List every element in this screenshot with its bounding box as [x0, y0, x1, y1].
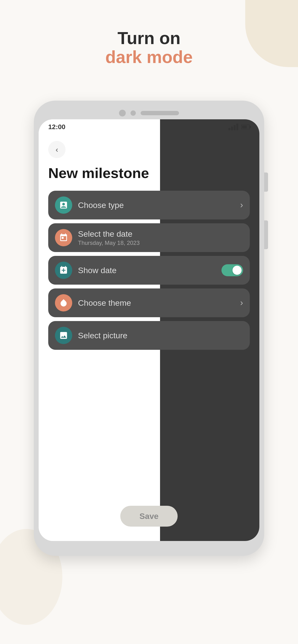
battery-fill: [242, 126, 247, 128]
choose-type-chevron: ›: [240, 200, 243, 210]
save-button[interactable]: Save: [120, 506, 178, 526]
menu-item-show-date[interactable]: Show date: [48, 256, 250, 284]
back-arrow-icon: ‹: [56, 145, 58, 154]
select-date-icon-circle: [55, 229, 72, 246]
choose-theme-icon: [59, 298, 68, 308]
speaker-bar: [140, 111, 179, 115]
show-date-toggle[interactable]: [221, 264, 243, 276]
menu-items-list: Choose type › Sel: [48, 191, 250, 350]
choose-theme-chevron: ›: [240, 298, 243, 308]
choose-type-icon-circle: [55, 196, 72, 214]
page-title: New milestone: [48, 165, 250, 181]
menu-item-choose-type[interactable]: Choose type ›: [48, 191, 250, 220]
phone-outer-shell: 12:00: [34, 100, 264, 556]
select-picture-text: Select picture: [78, 331, 243, 340]
show-date-icon: [59, 266, 68, 275]
app-content: ‹ New milestone: [39, 134, 259, 541]
show-date-icon-circle: [55, 262, 72, 279]
menu-item-choose-theme[interactable]: Choose theme ›: [48, 288, 250, 317]
back-button[interactable]: ‹: [48, 141, 66, 158]
select-date-label: Select the date: [78, 229, 243, 238]
select-date-icon: [59, 233, 68, 242]
screen-content: 12:00: [39, 119, 259, 541]
battery-icon: [241, 124, 250, 130]
side-button-top: [264, 172, 268, 192]
header-section: Turn on dark mode: [0, 29, 298, 66]
choose-theme-text: Choose theme: [78, 298, 240, 308]
signal-bar-4: [236, 124, 238, 130]
phone-top-bar: [39, 106, 259, 119]
signal-bar-2: [231, 126, 233, 130]
show-date-label: Show date: [78, 266, 221, 275]
choose-theme-icon-circle: [55, 294, 72, 312]
status-bar: 12:00: [39, 119, 259, 133]
signal-icon: [228, 124, 238, 130]
choose-theme-label: Choose theme: [78, 298, 240, 308]
camera-dot: [119, 110, 126, 116]
menu-item-select-picture[interactable]: Select picture: [48, 321, 250, 350]
show-date-text: Show date: [78, 266, 221, 275]
choose-type-label: Choose type: [78, 200, 240, 210]
select-picture-icon-circle: [55, 327, 72, 344]
header-line1: Turn on: [0, 29, 298, 48]
select-picture-icon: [59, 331, 68, 340]
select-picture-label: Select picture: [78, 331, 243, 340]
choose-type-text: Choose type: [78, 200, 240, 210]
toggle-knob: [232, 266, 242, 275]
status-icons: [228, 124, 250, 130]
choose-type-icon: [59, 200, 68, 210]
phone-mockup: 12:00: [34, 100, 264, 556]
status-time: 12:00: [48, 123, 66, 131]
save-button-container: Save: [120, 506, 178, 526]
signal-bar-3: [234, 125, 236, 130]
side-button-bottom: [264, 220, 268, 249]
signal-bar-1: [228, 128, 230, 130]
phone-screen: 12:00: [39, 119, 259, 541]
camera-dot-small: [130, 110, 136, 116]
select-date-sublabel: Thursday, May 18, 2023: [78, 240, 243, 246]
header-line2: dark mode: [0, 48, 298, 66]
select-date-text: Select the date Thursday, May 18, 2023: [78, 229, 243, 246]
menu-item-select-date[interactable]: Select the date Thursday, May 18, 2023: [48, 223, 250, 252]
